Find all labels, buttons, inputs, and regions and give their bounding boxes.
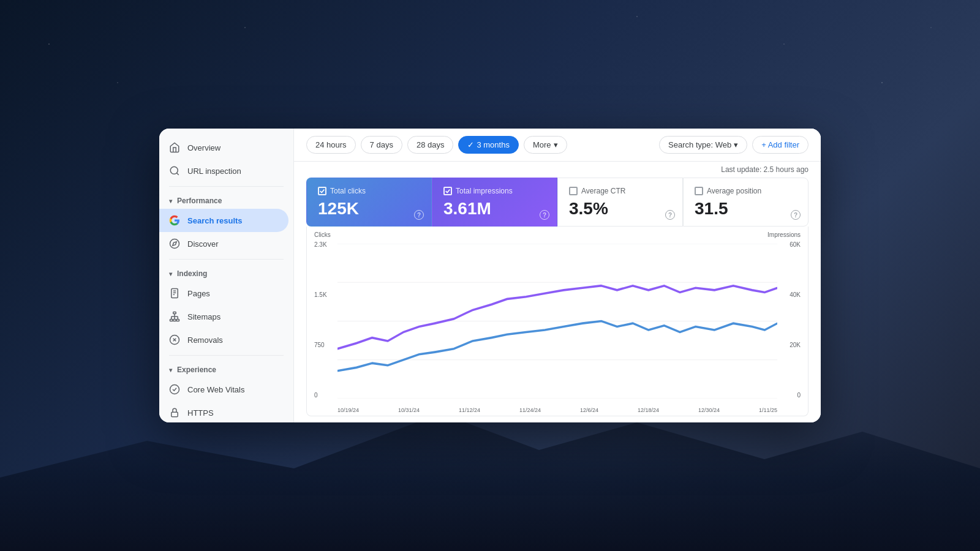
- metrics-section: Total clicks 125K ? Total impressions 3.…: [294, 178, 821, 227]
- checkmark-icon: ✓: [467, 140, 474, 149]
- metric-impressions-label: Total impressions: [456, 187, 513, 195]
- metric-ctr-value: 3.5%: [569, 200, 671, 217]
- x-label-7: 1/11/25: [759, 407, 777, 413]
- sidebar: Overview URL inspection ▾ Performance: [159, 129, 294, 422]
- chart-svg-container: [337, 244, 777, 399]
- chevron-down-icon-2: ▾: [169, 271, 172, 277]
- metric-position-value: 31.5: [695, 200, 797, 217]
- add-filter-button[interactable]: + Add filter: [752, 136, 809, 154]
- btn-24h[interactable]: 24 hours: [306, 136, 356, 154]
- ctr-help-icon[interactable]: ?: [665, 210, 675, 220]
- chart-x-labels: 10/19/24 10/31/24 11/12/24 11/24/24 12/6…: [337, 407, 777, 413]
- metric-clicks-value: 125K: [318, 200, 420, 217]
- metric-total-impressions[interactable]: Total impressions 3.61M ?: [432, 178, 557, 227]
- position-help-icon[interactable]: ?: [791, 210, 801, 220]
- y-right-label: Impressions: [767, 231, 801, 238]
- sidebar-item-core-web-vitals[interactable]: Core Web Vitals: [159, 378, 288, 401]
- metric-position-label: Average position: [707, 187, 761, 195]
- chevron-down-icon: ▾: [169, 198, 172, 204]
- sidebar-discover-label: Discover: [187, 239, 219, 249]
- metric-ctr-label: Average CTR: [581, 187, 625, 195]
- y-left-2_3k: 2.3K: [314, 241, 337, 248]
- y-left-1_5k: 1.5K: [314, 291, 337, 298]
- btn-3m[interactable]: ✓ 3 months: [458, 136, 518, 154]
- metric-avg-ctr[interactable]: Average CTR 3.5% ?: [557, 178, 683, 227]
- svg-point-0: [170, 167, 178, 174]
- svg-rect-9: [170, 320, 173, 321]
- sidebar-item-search-results[interactable]: Search results: [159, 209, 288, 232]
- x-label-2: 11/12/24: [459, 407, 480, 413]
- sidebar-overview-label: Overview: [187, 143, 221, 152]
- y-right-60k: 60K: [777, 241, 801, 248]
- sidebar-indexing-header[interactable]: ▾ Indexing: [159, 263, 293, 282]
- btn-28d[interactable]: 28 days: [407, 136, 454, 154]
- metric-clicks-label: Total clicks: [330, 187, 366, 195]
- svg-point-2: [170, 239, 179, 249]
- y-right-40k: 40K: [777, 291, 801, 298]
- metric-total-clicks[interactable]: Total clicks 125K ?: [306, 178, 432, 227]
- x-label-5: 12/18/24: [638, 407, 659, 413]
- sidebar-item-url-inspection[interactable]: URL inspection: [159, 159, 288, 182]
- sidebar-experience-label: Experience: [177, 365, 216, 374]
- sidebar-sitemaps-label: Sitemaps: [187, 312, 221, 321]
- sidebar-item-removals[interactable]: Removals: [159, 328, 288, 351]
- sidebar-item-overview[interactable]: Overview: [159, 136, 288, 159]
- chart-section: Clicks Impressions 2.3K 1.5K 750 0 60K 4…: [294, 227, 821, 422]
- sidebar-item-pages[interactable]: Pages: [159, 282, 288, 305]
- search-icon: [169, 165, 180, 176]
- btn-7d[interactable]: 7 days: [361, 136, 402, 154]
- y-left-750: 750: [314, 342, 337, 348]
- https-icon: [169, 407, 180, 418]
- x-label-1: 10/31/24: [398, 407, 420, 413]
- svg-rect-8: [173, 312, 176, 314]
- google-g-icon: [169, 215, 180, 226]
- svg-rect-10: [173, 320, 176, 321]
- impressions-help-icon[interactable]: ?: [540, 210, 549, 220]
- chart-area: Clicks Impressions 2.3K 1.5K 750 0 60K 4…: [306, 227, 809, 416]
- sidebar-indexing-label: Indexing: [177, 269, 207, 278]
- search-type-label: Search type: Web: [668, 140, 731, 149]
- removals-icon: [169, 334, 180, 345]
- clicks-help-icon[interactable]: ?: [414, 210, 424, 220]
- svg-marker-3: [173, 242, 176, 246]
- last-update-text: Last update: 2.5 hours ago: [294, 162, 821, 178]
- svg-line-1: [176, 173, 178, 174]
- chevron-down-icon-3: ▾: [169, 367, 172, 373]
- search-type-button[interactable]: Search type: Web ▾: [659, 136, 747, 154]
- sidebar-performance-header[interactable]: ▾ Performance: [159, 190, 293, 209]
- svg-rect-11: [176, 320, 179, 321]
- sidebar-item-sitemaps[interactable]: Sitemaps: [159, 305, 288, 328]
- pages-icon: [169, 288, 180, 299]
- x-label-6: 12/30/24: [698, 407, 720, 413]
- chevron-search-icon: ▾: [734, 140, 738, 149]
- btn-3m-label: 3 months: [477, 140, 509, 149]
- svg-point-20: [170, 385, 179, 394]
- y-left-0: 0: [314, 392, 337, 399]
- filter-bar: 24 hours 7 days 28 days ✓ 3 months More …: [294, 129, 821, 162]
- core-web-vitals-icon: [169, 384, 180, 395]
- metric-avg-position[interactable]: Average position 31.5 ?: [683, 178, 809, 227]
- metric-impressions-value: 3.61M: [443, 200, 546, 217]
- btn-more-label: More: [533, 140, 551, 149]
- sidebar-pages-label: Pages: [187, 289, 210, 298]
- sidebar-url-inspection-label: URL inspection: [187, 167, 241, 176]
- chevron-more-icon: ▾: [554, 140, 558, 149]
- discover-icon: [169, 238, 180, 249]
- sidebar-experience-header[interactable]: ▾ Experience: [159, 359, 293, 378]
- x-label-4: 12/6/24: [580, 407, 598, 413]
- svg-rect-21: [172, 412, 178, 417]
- sidebar-performance-label: Performance: [177, 197, 222, 205]
- y-left-label: Clicks: [314, 231, 331, 238]
- sidebar-item-https[interactable]: HTTPS: [159, 401, 288, 422]
- sidebar-item-discover[interactable]: Discover: [159, 232, 288, 255]
- app-window: Overview URL inspection ▾ Performance: [159, 129, 821, 422]
- y-right-20k: 20K: [777, 342, 801, 348]
- y-right-0: 0: [777, 392, 801, 399]
- sidebar-https-label: HTTPS: [187, 408, 214, 418]
- sidebar-removals-label: Removals: [187, 335, 223, 345]
- sidebar-cwv-label: Core Web Vitals: [187, 385, 244, 394]
- btn-more[interactable]: More ▾: [524, 136, 567, 154]
- sidebar-search-results-label: Search results: [187, 216, 243, 225]
- sitemaps-icon: [169, 311, 180, 322]
- home-icon: [169, 142, 180, 153]
